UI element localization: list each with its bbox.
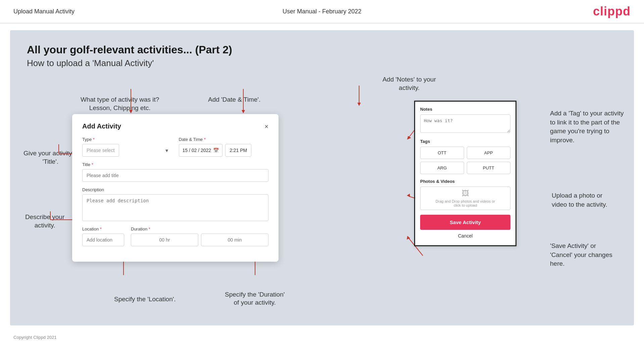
annotation-notes: Add 'Notes' to youractivity.	[383, 75, 436, 92]
main-content: All your golf-relevant activities... (Pa…	[10, 30, 634, 325]
location-label: Location *	[82, 226, 124, 231]
annotation-type: What type of activity was it?Lesson, Chi…	[81, 96, 159, 112]
modal-title: Add Activity	[82, 122, 121, 130]
title-input[interactable]	[82, 169, 268, 182]
datetime-inputs: 15 / 02 / 2022 📅 2:21 PM	[179, 144, 269, 157]
location-input[interactable]	[82, 234, 124, 246]
calendar-icon: 📅	[213, 148, 219, 153]
svg-marker-15	[407, 194, 410, 197]
photo-icon: 🖼	[462, 189, 469, 198]
tags-section-label: Tags	[420, 139, 510, 144]
modal-header: Add Activity ×	[82, 122, 268, 130]
datetime-group: Date & Time * 15 / 02 / 2022 📅 2:21 PM	[179, 137, 269, 157]
add-activity-modal: Add Activity × Type * Please select Date…	[72, 114, 279, 262]
type-group: Type * Please select	[82, 137, 172, 157]
top-bar: Upload Manual Activity User Manual - Feb…	[0, 0, 644, 23]
logo: clippd	[593, 4, 631, 18]
tag-arg[interactable]: ARG	[420, 162, 464, 174]
notes-section-label: Notes	[420, 107, 510, 112]
annotation-duration: Specify the 'Duration'of your activity.	[225, 291, 285, 307]
annotation-desc: Describe youractivity.	[25, 213, 64, 229]
duration-group: Duration *	[131, 226, 268, 246]
annotation-title: Give your activity a'Title'.	[23, 149, 78, 166]
svg-marker-17	[407, 236, 410, 240]
description-label: Description	[82, 187, 268, 192]
photos-section-label: Photos & Videos	[420, 179, 510, 184]
type-select-wrapper: Please select	[82, 144, 172, 157]
annotation-tag: Add a 'Tag' to your activity to link it …	[550, 109, 624, 145]
duration-inputs	[131, 234, 268, 246]
svg-marker-11	[357, 103, 361, 106]
svg-marker-13	[407, 136, 411, 140]
tags-grid: OTT APP ARG PUTT	[420, 147, 510, 174]
cancel-button[interactable]: Cancel	[420, 233, 510, 239]
copyright: Copyright Clippd 2021	[13, 335, 57, 340]
annotation-upload: Upload a photo orvideo to the activity.	[552, 191, 626, 209]
date-input[interactable]: 15 / 02 / 2022 📅	[179, 144, 223, 157]
type-datetime-row: Type * Please select Date & Time * 15 / …	[82, 137, 268, 157]
annotation-datetime: Add 'Date & Time'.	[208, 96, 260, 104]
type-label: Type *	[82, 137, 172, 142]
tag-ott[interactable]: OTT	[420, 147, 464, 159]
type-select[interactable]: Please select	[82, 144, 119, 157]
save-activity-button[interactable]: Save Activity	[420, 215, 510, 230]
annotation-save: 'Save Activity' or'Cancel' your changesh…	[550, 242, 627, 268]
photo-upload-area[interactable]: 🖼 Drag and Drop photos and videos orclic…	[420, 187, 510, 210]
duration-hr-input[interactable]	[131, 234, 198, 246]
close-button[interactable]: ×	[264, 123, 268, 130]
annotation-location: Specify the 'Location'.	[114, 295, 176, 304]
datetime-label: Date & Time *	[179, 137, 269, 142]
notes-input[interactable]	[420, 114, 510, 133]
photo-upload-text: Drag and Drop photos and videos orclick …	[436, 199, 495, 207]
tag-putt[interactable]: PUTT	[467, 162, 511, 174]
tag-app[interactable]: APP	[467, 147, 511, 159]
svg-marker-3	[242, 110, 245, 113]
description-group: Description	[82, 187, 268, 221]
duration-min-input[interactable]	[201, 234, 268, 246]
title-label: Title *	[82, 162, 268, 167]
description-textarea[interactable]	[82, 194, 268, 221]
manual-title: User Manual - February 2022	[283, 8, 361, 15]
phone-panel: Notes Tags OTT APP ARG PUTT Photos & Vid…	[414, 101, 516, 246]
title-group: Title *	[82, 162, 268, 182]
time-input[interactable]: 2:21 PM	[225, 144, 251, 157]
footer: Copyright Clippd 2021	[0, 332, 644, 343]
page-title: Upload Manual Activity	[13, 8, 75, 15]
section-title: All your golf-relevant activities... (Pa…	[27, 44, 617, 56]
location-duration-row: Location * Duration *	[82, 226, 268, 246]
section-subtitle: How to upload a 'Manual Activity'	[27, 58, 617, 68]
location-group: Location *	[82, 226, 124, 246]
duration-label: Duration *	[131, 226, 268, 231]
